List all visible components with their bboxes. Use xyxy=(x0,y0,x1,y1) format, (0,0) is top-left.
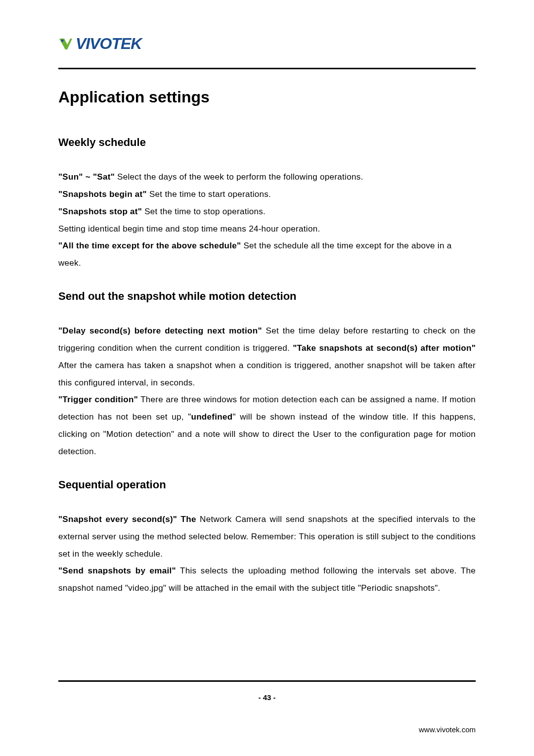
label-snapshots-begin: "Snapshots begin at" xyxy=(58,189,147,199)
section-heading-sequential: Sequential operation xyxy=(58,478,476,491)
brand-logo: VIVOTEK xyxy=(58,35,476,53)
svg-point-0 xyxy=(61,39,64,42)
text-identical: Setting identical begin time and stop ti… xyxy=(58,224,320,234)
label-email: "Send snapshots by email" xyxy=(58,566,176,575)
header-rule xyxy=(58,68,476,69)
motion-body: "Delay second(s) before detecting next m… xyxy=(58,323,476,461)
label-every: "Snapshot every second(s)" The xyxy=(58,515,196,524)
label-take: "Take snapshots at second(s) after motio… xyxy=(293,343,476,353)
label-except: "All the time except for the above sched… xyxy=(58,241,241,250)
section-heading-weekly: Weekly schedule xyxy=(58,136,476,149)
weekly-body: "Sun" ~ "Sat" Select the days of the wee… xyxy=(58,169,476,272)
text-undefined: undefined xyxy=(191,412,232,422)
label-delay: "Delay second(s) before detecting next m… xyxy=(58,326,262,335)
text-snapshots-begin: Set the time to start operations. xyxy=(147,189,271,199)
label-trigger: "Trigger condition" xyxy=(58,395,138,404)
page-title: Application settings xyxy=(58,88,476,106)
logo-icon xyxy=(58,37,73,51)
label-snapshots-stop: "Snapshots stop at" xyxy=(58,207,142,216)
label-sun-sat: "Sun" ~ "Sat" xyxy=(58,172,115,182)
page-number: - 43 - xyxy=(0,693,534,702)
footer-url: www.vivotek.com xyxy=(419,725,476,734)
brand-name: VIVOTEK xyxy=(76,35,141,53)
sequential-body: "Snapshot every second(s)" The Network C… xyxy=(58,511,476,597)
section-heading-motion: Send out the snapshot while motion detec… xyxy=(58,290,476,303)
text-take: After the camera has taken a snapshot wh… xyxy=(58,361,476,387)
text-sun-sat: Select the days of the week to perform t… xyxy=(115,172,363,182)
text-snapshots-stop: Set the time to stop operations. xyxy=(142,207,266,216)
footer-rule xyxy=(58,680,476,682)
